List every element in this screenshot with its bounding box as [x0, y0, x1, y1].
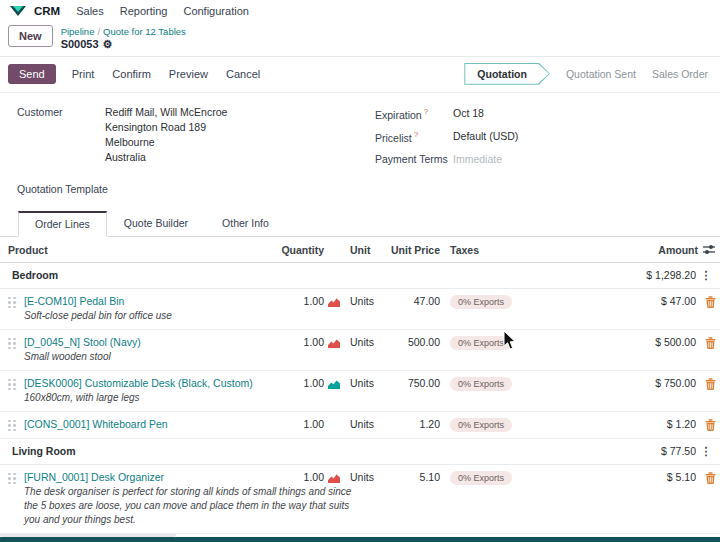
- record-name: S00053: [61, 38, 99, 52]
- col-unit[interactable]: Unit: [344, 237, 390, 262]
- amount-value: $ 47.00: [612, 295, 696, 307]
- drag-handle-icon[interactable]: [8, 377, 24, 391]
- odoo-logo-icon[interactable]: [10, 5, 26, 17]
- unit-value[interactable]: Units: [344, 336, 390, 348]
- product-name[interactable]: [CONS_0001] Whiteboard Pen: [24, 418, 274, 430]
- pricelist-field[interactable]: Default (USD): [453, 129, 518, 144]
- kebab-menu-icon[interactable]: ⋮: [696, 263, 716, 288]
- customer-name[interactable]: Rediff Mail, Will McEncroe: [105, 105, 227, 120]
- product-name[interactable]: [D_0045_N] Stool (Navy): [24, 336, 274, 348]
- col-product[interactable]: Product: [8, 237, 274, 262]
- print-button[interactable]: Print: [70, 64, 97, 84]
- quotation-template-label: Quotation Template: [17, 182, 108, 195]
- tab-order-lines[interactable]: Order Lines: [18, 211, 107, 237]
- col-amount[interactable]: Amount: [658, 244, 698, 256]
- help-marker-icon: ?: [414, 130, 418, 139]
- unit-price-value[interactable]: 750.00: [390, 377, 440, 389]
- customer-label: Customer: [17, 105, 105, 166]
- expiration-label: Expiration?: [375, 106, 453, 121]
- section-name: Living Room: [8, 439, 274, 463]
- quantity-value[interactable]: 1.00: [274, 336, 324, 348]
- quantity-value[interactable]: 1.00: [274, 471, 324, 483]
- unit-value[interactable]: Units: [344, 377, 390, 389]
- breadcrumb: Pipeline/Quote for 12 Tables S00053 ⚙: [61, 25, 186, 52]
- unit-price-value[interactable]: 1.20: [390, 418, 440, 430]
- crm-app-window: CRM Sales Reporting Configuration New Pi…: [0, 0, 720, 542]
- unit-price-value[interactable]: 5.10: [390, 471, 440, 483]
- order-line-row[interactable]: [D_0045_N] Stool (Navy) Small wooden sto…: [0, 330, 720, 371]
- breadcrumb-pipeline[interactable]: Pipeline: [61, 26, 95, 37]
- order-line-row[interactable]: [E-COM10] Pedal Bin Soft-close pedal bin…: [0, 289, 720, 330]
- unit-value[interactable]: Units: [344, 418, 390, 430]
- breadcrumb-separator: /: [97, 26, 100, 37]
- expiration-field[interactable]: Oct 18: [453, 106, 484, 121]
- quantity-value[interactable]: 1.00: [274, 295, 324, 307]
- forecast-chart-icon[interactable]: [328, 379, 340, 389]
- stage-quotation[interactable]: Quotation: [464, 63, 550, 85]
- stage-sales-order[interactable]: Sales Order: [652, 68, 708, 80]
- tab-other-info[interactable]: Other Info: [205, 211, 286, 237]
- product-name[interactable]: [E-COM10] Pedal Bin: [24, 295, 274, 307]
- drag-handle-icon[interactable]: [8, 418, 24, 432]
- app-menu-crm[interactable]: CRM: [34, 5, 60, 17]
- product-description: 160x80cm, with large legs: [24, 391, 364, 405]
- confirm-button[interactable]: Confirm: [110, 64, 153, 84]
- forecast-chart-icon[interactable]: [328, 338, 340, 348]
- quantity-value[interactable]: 1.00: [274, 377, 324, 389]
- section-row[interactable]: Living Room $ 77.50 ⋮: [0, 439, 720, 465]
- product-name[interactable]: [DESK0006] Customizable Desk (Black, Cus…: [24, 377, 274, 389]
- section-row[interactable]: Bedroom $ 1,298.20 ⋮: [0, 263, 720, 289]
- tax-badge[interactable]: 0% Exports: [450, 418, 512, 432]
- section-name: Bedroom: [8, 263, 274, 287]
- help-marker-icon: ?: [424, 107, 428, 116]
- trash-icon[interactable]: [705, 337, 716, 349]
- gear-icon[interactable]: ⚙: [103, 39, 113, 50]
- payment-terms-field[interactable]: Immediate: [453, 152, 502, 167]
- trash-icon[interactable]: [705, 419, 716, 431]
- order-line-row[interactable]: [DESK0006] Customizable Desk (Black, Cus…: [0, 371, 720, 412]
- pricelist-label: Pricelist?: [375, 129, 453, 144]
- column-options-icon[interactable]: [703, 244, 715, 255]
- status-bar: Quotation Quotation Sent Sales Order: [464, 63, 708, 85]
- top-navbar: CRM Sales Reporting Configuration: [0, 0, 720, 22]
- drag-handle-icon[interactable]: [8, 295, 24, 309]
- col-quantity[interactable]: Quantity: [274, 237, 324, 262]
- quantity-value[interactable]: 1.00: [274, 418, 324, 430]
- send-button[interactable]: Send: [8, 64, 56, 84]
- menu-configuration[interactable]: Configuration: [183, 5, 248, 17]
- forecast-chart-icon[interactable]: [328, 473, 340, 483]
- notebook-tabs: Order Lines Quote Builder Other Info: [18, 211, 720, 237]
- trash-icon[interactable]: [705, 296, 716, 308]
- order-line-row[interactable]: [FURN_0001] Desk Organizer The desk orga…: [0, 465, 720, 534]
- menu-reporting[interactable]: Reporting: [120, 5, 168, 17]
- unit-price-value[interactable]: 47.00: [390, 295, 440, 307]
- unit-value[interactable]: Units: [344, 295, 390, 307]
- new-button[interactable]: New: [8, 25, 53, 47]
- action-row: Send Print Confirm Preview Cancel Quotat…: [0, 56, 720, 93]
- unit-value[interactable]: Units: [344, 471, 390, 483]
- unit-price-value[interactable]: 500.00: [390, 336, 440, 348]
- breadcrumb-row: New Pipeline/Quote for 12 Tables S00053 …: [0, 22, 720, 56]
- order-line-row[interactable]: [CONS_0001] Whiteboard Pen 1.00 Units 1.…: [0, 412, 720, 439]
- drag-handle-icon[interactable]: [8, 471, 24, 485]
- trash-icon[interactable]: [705, 378, 716, 390]
- cancel-button[interactable]: Cancel: [224, 64, 262, 84]
- col-unit-price[interactable]: Unit Price: [390, 237, 440, 262]
- kebab-menu-icon[interactable]: ⋮: [696, 439, 716, 464]
- product-description: Soft-close pedal bin for office use: [24, 309, 364, 323]
- tax-badge[interactable]: 0% Exports: [450, 295, 512, 309]
- product-name[interactable]: [FURN_0001] Desk Organizer: [24, 471, 274, 483]
- menu-sales[interactable]: Sales: [76, 5, 104, 17]
- preview-button[interactable]: Preview: [167, 64, 210, 84]
- tax-badge[interactable]: 0% Exports: [450, 471, 512, 485]
- trash-icon[interactable]: [705, 472, 716, 484]
- forecast-chart-icon[interactable]: [328, 297, 340, 307]
- tab-quote-builder[interactable]: Quote Builder: [107, 211, 205, 237]
- stage-quotation-sent[interactable]: Quotation Sent: [566, 68, 636, 80]
- mouse-cursor: [503, 331, 517, 351]
- drag-handle-icon[interactable]: [8, 336, 24, 350]
- tax-badge[interactable]: 0% Exports: [450, 377, 512, 391]
- col-taxes[interactable]: Taxes: [440, 237, 558, 262]
- amount-value: $ 750.00: [612, 377, 696, 389]
- breadcrumb-quote[interactable]: Quote for 12 Tables: [103, 26, 186, 37]
